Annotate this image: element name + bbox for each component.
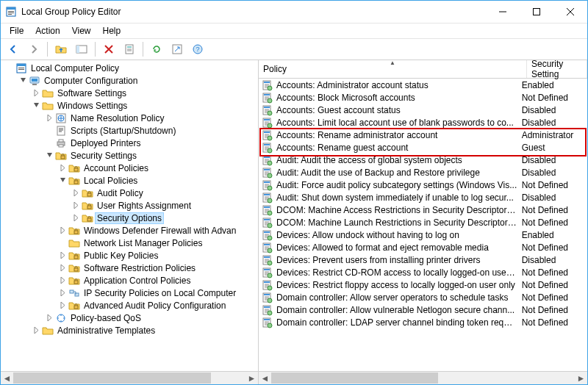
tree-item[interactable]: Local Computer Policy — [1, 62, 258, 74]
tree-item[interactable]: Network List Manager Policies — [1, 237, 258, 249]
tree-item[interactable]: Public Key Policies — [1, 249, 258, 262]
collapse-icon[interactable] — [57, 175, 68, 187]
delete-button[interactable] — [99, 40, 118, 59]
tree-item[interactable]: Administrative Templates — [1, 324, 258, 337]
properties-button[interactable] — [120, 40, 139, 59]
policy-row[interactable]: Audit: Shut down system immediately if u… — [259, 191, 587, 204]
folder-icon — [42, 325, 54, 337]
menu-action[interactable]: Action — [29, 24, 65, 37]
expand-icon[interactable] — [43, 112, 55, 124]
column-security-setting[interactable]: Security Setting — [527, 60, 587, 78]
tree-item[interactable]: Computer Configuration — [1, 74, 258, 87]
policy-name: Audit: Audit the use of Backup and Resto… — [276, 168, 517, 178]
tree-item[interactable]: Security Options — [1, 212, 258, 224]
policy-row[interactable]: Audit: Audit the use of Backup and Resto… — [259, 166, 587, 179]
ipsec-icon — [68, 287, 80, 299]
tree-item[interactable]: Software Settings — [1, 87, 258, 99]
list-scrollbar[interactable]: ◄ ► — [259, 371, 587, 384]
policy-row[interactable]: Accounts: Administrator account statusEn… — [259, 79, 587, 91]
tree-item[interactable]: Security Settings — [1, 149, 258, 162]
tree-item[interactable]: Software Restriction Policies — [1, 262, 258, 274]
tree-item[interactable]: Scripts (Startup/Shutdown) — [1, 124, 258, 137]
expand-icon[interactable] — [57, 225, 68, 237]
expand-icon[interactable] — [57, 287, 68, 299]
expand-icon[interactable] — [57, 262, 68, 274]
column-policy[interactable]: Policy▲ — [259, 60, 527, 78]
expand-icon[interactable] — [70, 187, 82, 199]
policy-row[interactable]: DCOM: Machine Access Restrictions in Sec… — [259, 204, 587, 216]
tree-item[interactable]: Windows Defender Firewall with Advan — [1, 224, 258, 237]
expand-icon[interactable] — [30, 325, 42, 337]
up-button[interactable] — [51, 40, 71, 59]
policy-list[interactable]: Accounts: Administrator account statusEn… — [259, 79, 587, 371]
policy-row[interactable]: Devices: Allowed to format and eject rem… — [259, 241, 587, 253]
show-hide-tree-button[interactable] — [72, 40, 91, 59]
tree-item[interactable]: Application Control Policies — [1, 274, 258, 287]
tree-item[interactable]: Policy-based QoS — [1, 312, 258, 324]
policy-row[interactable]: Domain controller: Allow vulnerable Netl… — [259, 303, 587, 316]
help-button[interactable] — [188, 40, 207, 59]
expand-icon[interactable] — [70, 212, 82, 224]
maximize-button[interactable] — [520, 1, 553, 23]
tree-item[interactable]: Deployed Printers — [1, 137, 258, 149]
tree-item[interactable]: Local Policies — [1, 174, 258, 187]
navigation-tree[interactable]: Local Computer PolicyComputer Configurat… — [1, 60, 258, 371]
collapse-icon[interactable] — [43, 150, 55, 162]
secf-icon — [68, 175, 80, 187]
menu-view[interactable]: View — [66, 24, 97, 37]
scroll-left-icon[interactable]: ◄ — [259, 372, 271, 384]
menu-file[interactable]: File — [4, 24, 29, 37]
scroll-left-icon[interactable]: ◄ — [1, 372, 13, 384]
expand-icon[interactable] — [57, 300, 68, 312]
policy-row[interactable]: Accounts: Block Microsoft accountsNot De… — [259, 91, 587, 104]
tree-item[interactable]: Account Policies — [1, 162, 258, 174]
scroll-right-icon[interactable]: ► — [245, 372, 258, 384]
minimize-button[interactable] — [486, 1, 520, 23]
expand-icon[interactable] — [57, 250, 68, 262]
expand-icon[interactable] — [30, 87, 42, 99]
menu-help[interactable]: Help — [97, 24, 127, 37]
policy-row[interactable]: Accounts: Limit local account use of bla… — [259, 116, 587, 129]
forward-button[interactable] — [24, 40, 43, 59]
export-list-button[interactable] — [168, 40, 187, 59]
tree-item-label: Account Policies — [82, 163, 150, 173]
policy-row[interactable]: Domain controller: LDAP server channel b… — [259, 316, 587, 328]
policy-row[interactable]: Devices: Restrict CD-ROM access to local… — [259, 266, 587, 278]
policy-row[interactable]: Accounts: Rename guest accountGuest — [259, 141, 587, 154]
close-button[interactable] — [553, 1, 587, 23]
tree-item[interactable]: Audit Policy — [1, 187, 258, 199]
tree-item[interactable]: Advanced Audit Policy Configuration — [1, 299, 258, 312]
policy-row[interactable]: Audit: Audit the access of global system… — [259, 154, 587, 166]
policy-row[interactable]: Accounts: Guest account statusDisabled — [259, 104, 587, 116]
refresh-button[interactable] — [147, 40, 166, 59]
tree-scrollbar[interactable]: ◄ ► — [1, 371, 258, 384]
policy-row[interactable]: Domain controller: Allow server operator… — [259, 291, 587, 303]
sec-icon — [55, 150, 67, 162]
policy-row[interactable]: Accounts: Rename administrator accountAd… — [259, 129, 587, 141]
expand-icon[interactable] — [70, 200, 82, 212]
tree-item-label: Computer Configuration — [43, 76, 139, 86]
scroll-right-icon[interactable]: ► — [575, 372, 587, 384]
policy-row[interactable]: Devices: Prevent users from installing p… — [259, 253, 587, 266]
tree-item[interactable]: IP Security Policies on Local Computer — [1, 287, 258, 299]
policy-icon — [262, 229, 273, 241]
expand-icon[interactable] — [57, 275, 68, 287]
policy-name: Domain controller: Allow server operator… — [276, 292, 517, 303]
tree-item-label: Windows Defender Firewall with Advan — [82, 226, 237, 236]
expand-icon[interactable] — [57, 162, 68, 174]
tree-item[interactable]: Name Resolution Policy — [1, 112, 258, 124]
back-button[interactable] — [4, 40, 23, 59]
policy-row[interactable]: Devices: Allow undock without having to … — [259, 229, 587, 241]
policy-row[interactable]: Audit: Force audit policy subcategory se… — [259, 179, 587, 191]
expand-icon[interactable] — [43, 312, 55, 324]
svg-rect-33 — [534, 9, 540, 15]
policy-row[interactable]: DCOM: Machine Launch Restrictions in Sec… — [259, 216, 587, 229]
collapse-icon[interactable] — [17, 75, 29, 87]
secf-icon — [68, 300, 80, 312]
tree-item[interactable]: User Rights Assignment — [1, 199, 258, 212]
secf-icon — [82, 212, 93, 224]
policy-row[interactable]: Devices: Restrict floppy access to local… — [259, 278, 587, 291]
policy-icon — [262, 92, 273, 104]
tree-item[interactable]: Windows Settings — [1, 99, 258, 112]
collapse-icon[interactable] — [30, 100, 42, 112]
